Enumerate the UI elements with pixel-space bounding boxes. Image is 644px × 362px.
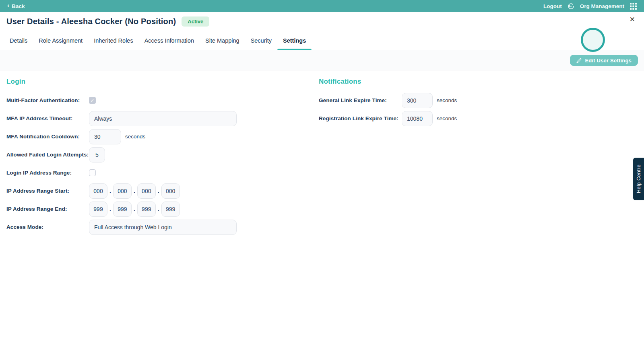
close-icon[interactable]: ✕ bbox=[630, 16, 635, 23]
mfa-cooldown-input[interactable] bbox=[89, 129, 121, 144]
general-link-expire-input[interactable] bbox=[402, 93, 433, 108]
back-button[interactable]: ‹ Back bbox=[7, 3, 25, 9]
failed-attempts-input[interactable] bbox=[89, 147, 105, 162]
ip-range-start-row: IP Address Range Start: . . . bbox=[6, 182, 319, 200]
registration-link-expire-label: Registration Link Expire Time: bbox=[319, 115, 402, 121]
mfa-timeout-row: MFA IP Address Timeout: bbox=[6, 109, 319, 128]
ip-end-octet-4[interactable] bbox=[161, 202, 180, 217]
ip-start-octet-4[interactable] bbox=[161, 183, 180, 199]
failed-attempts-label: Allowed Failed Login Attempts: bbox=[6, 152, 89, 158]
registration-link-expire-input[interactable] bbox=[402, 111, 433, 126]
general-link-expire-row: General Link Expire Time: seconds bbox=[319, 91, 638, 109]
ip-start-octet-1[interactable] bbox=[89, 183, 107, 199]
login-section: Login Multi-Factor Authentication: ✓ MFA… bbox=[6, 78, 319, 236]
ip-dot: . bbox=[109, 206, 111, 218]
apps-grid-icon[interactable] bbox=[630, 3, 637, 10]
mfa-timeout-input[interactable] bbox=[89, 111, 237, 126]
back-label: Back bbox=[12, 3, 25, 9]
ip-start-octet-3[interactable] bbox=[137, 183, 156, 199]
tab-inherited-roles[interactable]: Inherited Roles bbox=[88, 31, 139, 50]
page-title: User Details - Aleesha Cocker (No Positi… bbox=[6, 17, 176, 26]
top-app-bar: ‹ Back Logout Org Management bbox=[0, 0, 644, 12]
notifications-section: Notifications General Link Expire Time: … bbox=[319, 78, 638, 236]
mfa-timeout-label: MFA IP Address Timeout: bbox=[6, 115, 89, 121]
ip-dot: . bbox=[134, 206, 135, 218]
ip-range-checkbox[interactable] bbox=[89, 169, 96, 176]
ip-range-toggle-label: Login IP Address Range: bbox=[6, 170, 89, 176]
help-centre-tab[interactable]: Help Centre bbox=[633, 158, 644, 200]
tab-role-assignment[interactable]: Role Assignment bbox=[33, 31, 88, 50]
ip-start-octet-2[interactable] bbox=[113, 183, 132, 199]
ip-end-octet-2[interactable] bbox=[113, 202, 132, 217]
general-link-expire-label: General Link Expire Time: bbox=[319, 97, 402, 103]
org-management-link[interactable]: Org Management bbox=[580, 3, 624, 9]
notifications-heading: Notifications bbox=[319, 78, 638, 86]
edit-user-settings-label: Edit User Settings bbox=[585, 58, 632, 64]
ip-end-group: . . . bbox=[89, 200, 180, 218]
edit-user-settings-button[interactable]: Edit User Settings bbox=[570, 55, 638, 66]
tab-access-information[interactable]: Access Information bbox=[139, 31, 200, 50]
mfa-label: Multi-Factor Authentication: bbox=[6, 97, 89, 103]
login-heading: Login bbox=[6, 78, 319, 86]
back-chevron-icon: ‹ bbox=[7, 2, 9, 9]
help-centre-label: Help Centre bbox=[636, 165, 642, 193]
ip-end-octet-1[interactable] bbox=[89, 202, 107, 217]
settings-toolbar: Edit User Settings bbox=[0, 50, 644, 70]
pencil-icon bbox=[576, 58, 582, 63]
settings-content: Login Multi-Factor Authentication: ✓ MFA… bbox=[0, 70, 644, 236]
failed-attempts-row: Allowed Failed Login Attempts: bbox=[6, 146, 319, 164]
check-icon: ✓ bbox=[90, 98, 94, 103]
mfa-checkbox[interactable]: ✓ bbox=[89, 97, 96, 104]
registration-link-expire-row: Registration Link Expire Time: seconds bbox=[319, 109, 638, 128]
access-mode-input[interactable] bbox=[89, 220, 237, 235]
ip-range-end-label: IP Address Range End: bbox=[6, 206, 89, 212]
ip-dot: . bbox=[134, 188, 135, 200]
tab-site-mapping[interactable]: Site Mapping bbox=[200, 31, 245, 50]
logout-icon[interactable] bbox=[568, 3, 574, 10]
status-badge: Active bbox=[182, 16, 209, 27]
general-link-expire-unit: seconds bbox=[437, 97, 457, 103]
ip-dot: . bbox=[158, 188, 159, 200]
mfa-cooldown-row: MFA Notification Cooldown: seconds bbox=[6, 128, 319, 146]
mfa-row: Multi-Factor Authentication: ✓ bbox=[6, 91, 319, 109]
access-mode-row: Access Mode: bbox=[6, 218, 319, 236]
mfa-cooldown-unit: seconds bbox=[125, 134, 145, 140]
tab-security[interactable]: Security bbox=[245, 31, 277, 50]
ip-range-toggle-row: Login IP Address Range: bbox=[6, 164, 319, 182]
page-header: User Details - Aleesha Cocker (No Positi… bbox=[0, 12, 644, 31]
ip-dot: . bbox=[109, 188, 111, 200]
access-mode-label: Access Mode: bbox=[6, 224, 89, 230]
mfa-cooldown-label: MFA Notification Cooldown: bbox=[6, 134, 89, 140]
ip-dot: . bbox=[158, 206, 159, 218]
ip-start-group: . . . bbox=[89, 182, 180, 200]
logout-button[interactable]: Logout bbox=[543, 3, 562, 9]
ip-end-octet-3[interactable] bbox=[137, 202, 156, 217]
ip-range-end-row: IP Address Range End: . . . bbox=[6, 200, 319, 218]
ip-range-start-label: IP Address Range Start: bbox=[6, 188, 89, 194]
tab-details[interactable]: Details bbox=[4, 31, 33, 50]
registration-link-expire-unit: seconds bbox=[437, 115, 457, 121]
tab-settings[interactable]: Settings bbox=[277, 31, 312, 50]
tab-bar: Details Role Assignment Inherited Roles … bbox=[0, 31, 644, 50]
